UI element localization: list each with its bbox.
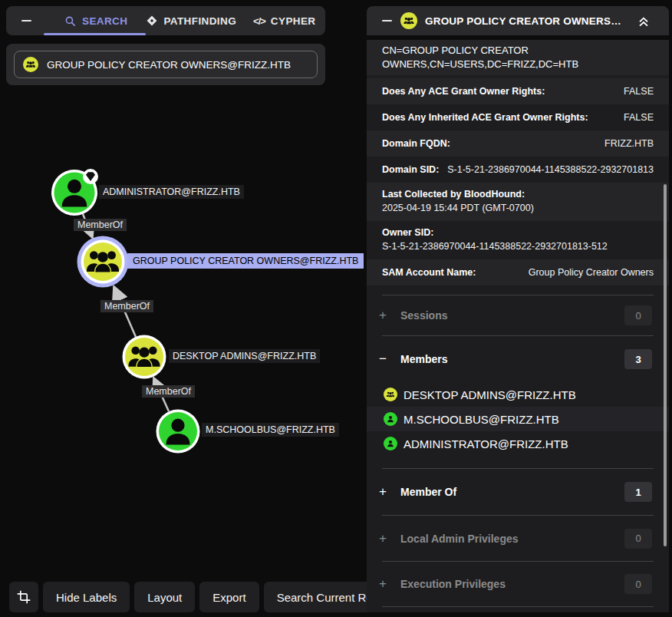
edge-memberof-desktop[interactable]	[115, 289, 136, 337]
property-value: FALSE	[624, 86, 654, 97]
node-label-group-policy-creator-owners: GROUP POLICY CREATOR OWNERS@FRIZZ.HTB	[127, 253, 364, 269]
active-tab-underline	[44, 33, 146, 35]
scrollbar-thumb[interactable]	[664, 184, 667, 546]
collapse-search-button[interactable]	[20, 20, 32, 21]
member-label: ADMINISTRATOR@FRIZZ.HTB	[404, 437, 568, 450]
property-label: Domain FQDN:	[382, 138, 450, 149]
property-label: Last Collected by BloodHound:	[382, 189, 654, 200]
user-icon	[384, 437, 397, 450]
count-badge: 0	[624, 529, 652, 549]
entity-panel-body: CN=GROUP POLICY CREATOR OWNERS,CN=USERS,…	[367, 40, 669, 612]
gem-icon	[83, 169, 98, 184]
property-value: FRIZZ.HTB	[604, 138, 654, 149]
layout-button[interactable]: Layout	[134, 582, 195, 612]
edge-label[interactable]: MemberOf	[100, 300, 153, 312]
property-label: Owner SID:	[382, 227, 654, 238]
tab-search-label: SEARCH	[82, 15, 127, 27]
section-local-admin-privileges[interactable]: + Local Admin Privileges 0	[367, 516, 669, 561]
node-label-administrator: ADMINISTRATOR@FRIZZ.HTB	[99, 185, 244, 199]
minus-icon: −	[379, 351, 396, 367]
property-row: SAM Account Name: Group Policy Creator O…	[367, 259, 669, 285]
property-value: Group Policy Creator Owners	[529, 267, 654, 278]
section-members[interactable]: − Members 3	[367, 336, 669, 382]
property-row: Does Any ACE Grant Owner Rights: FALSE	[367, 78, 669, 104]
minus-icon	[382, 20, 392, 21]
group-icon	[23, 57, 38, 72]
group-icon	[384, 388, 397, 401]
count-badge: 0	[624, 305, 652, 325]
export-button[interactable]: Export	[199, 582, 259, 612]
plus-icon: +	[379, 531, 396, 546]
graph-node-desktop-admins[interactable]	[123, 335, 166, 379]
property-row: Domain FQDN: FRIZZ.HTB	[367, 130, 669, 157]
member-item-mschoolbus[interactable]: M.SCHOOLBUS@FRIZZ.HTB	[367, 407, 669, 431]
tab-cypher[interactable]: </> CYPHER	[253, 15, 315, 27]
edge-label[interactable]: MemberOf	[142, 385, 195, 398]
property-row-distinguished-name: CN=GROUP POLICY CREATOR OWNERS,CN=USERS,…	[367, 40, 669, 75]
property-row: Domain SID: S-1-5-21-2386970044-11453885…	[367, 157, 669, 183]
section-sessions[interactable]: + Sessions 0	[367, 295, 669, 335]
section-label: Member Of	[400, 486, 456, 498]
crop-button[interactable]	[9, 582, 38, 612]
section-execution-privileges[interactable]: + Execution Privileges 0	[367, 562, 669, 606]
search-field[interactable]	[45, 58, 308, 71]
section-label: Members	[400, 353, 447, 365]
property-row: Does Any Inherited ACE Grant Owner Right…	[367, 104, 669, 130]
property-value: S-1-5-21-2386970044-1145388522-293270181…	[447, 164, 654, 175]
user-icon	[384, 412, 397, 426]
property-label: Does Any Inherited ACE Grant Owner Right…	[382, 112, 588, 123]
route-diamond-icon	[146, 15, 158, 27]
section-label: Execution Privileges	[400, 578, 506, 590]
graph-node-administrator[interactable]	[51, 169, 98, 216]
node-label-desktop-admins: DESKTOP ADMINS@FRIZZ.HTB	[169, 349, 320, 363]
bloodhound-app: MemberOf ADMINISTRATOR@FRIZZ.HTB GROUP P…	[0, 0, 672, 617]
property-label: Does Any ACE Grant Owner Rights:	[382, 86, 545, 97]
plus-icon: +	[379, 308, 396, 323]
count-badge: 1	[624, 482, 652, 502]
minus-icon	[21, 20, 31, 21]
search-tabbar: SEARCH PATHFINDING </> CYPHER	[6, 6, 325, 35]
count-badge: 3	[624, 349, 652, 369]
count-badge: 0	[624, 574, 652, 594]
property-value: CN=GROUP POLICY CREATOR OWNERS,CN=USERS,…	[382, 44, 591, 71]
entity-title: GROUP POLICY CREATOR OWNERS@FRIZZ.HTB	[425, 15, 628, 27]
property-value: S-1-5-21-2386970044-1145388522-293270181…	[382, 240, 654, 252]
member-label: M.SCHOOLBUS@FRIZZ.HTB	[404, 413, 559, 426]
property-value: 2025-04-19 15:44 PDT (GMT-0700)	[382, 202, 654, 214]
chevrons-up-icon[interactable]	[636, 13, 651, 28]
code-icon: </>	[253, 15, 265, 27]
edge-label[interactable]: MemberOf	[74, 219, 127, 231]
section-label: Sessions	[400, 309, 447, 322]
property-row: Last Collected by BloodHound: 2025-04-19…	[367, 183, 669, 221]
group-icon	[400, 12, 417, 29]
member-label: DESKTOP ADMINS@FRIZZ.HTB	[404, 388, 576, 401]
property-row: Owner SID: S-1-5-21-2386970044-114538852…	[367, 221, 669, 259]
property-label: SAM Account Name:	[382, 267, 476, 278]
divider	[382, 606, 654, 607]
entity-panel-header: GROUP POLICY CREATOR OWNERS@FRIZZ.HTB	[367, 6, 669, 35]
crop-icon	[16, 589, 31, 605]
member-item-desktop-admins[interactable]: DESKTOP ADMINS@FRIZZ.HTB	[367, 382, 669, 407]
entity-info-panel: GROUP POLICY CREATOR OWNERS@FRIZZ.HTB CN…	[367, 0, 672, 617]
node-label-mschoolbus: M.SCHOOLBUS@FRIZZ.HTB	[202, 423, 339, 437]
tab-search[interactable]: SEARCH	[64, 15, 127, 28]
graph-toolbar: Hide Labels Layout Export Search Current…	[9, 582, 386, 612]
search-input[interactable]	[14, 51, 318, 78]
hide-labels-button[interactable]: Hide Labels	[43, 582, 130, 612]
member-item-administrator[interactable]: ADMINISTRATOR@FRIZZ.HTB	[367, 431, 669, 456]
section-member-of[interactable]: + Member Of 1	[367, 469, 669, 515]
property-label: Domain SID:	[382, 164, 439, 175]
search-container	[6, 44, 325, 85]
tab-cypher-label: CYPHER	[271, 15, 316, 27]
graph-node-mschoolbus[interactable]	[156, 410, 200, 454]
tab-pathfinding[interactable]: PATHFINDING	[146, 15, 236, 27]
graph-node-group-policy-creator-owners[interactable]	[77, 236, 129, 288]
plus-icon: +	[379, 576, 396, 592]
section-label: Local Admin Privileges	[400, 533, 519, 545]
search-icon	[64, 15, 77, 28]
property-value: FALSE	[624, 112, 654, 123]
collapse-panel-button[interactable]	[380, 20, 393, 21]
plus-icon: +	[379, 484, 396, 500]
tab-pathfinding-label: PATHFINDING	[163, 15, 236, 27]
